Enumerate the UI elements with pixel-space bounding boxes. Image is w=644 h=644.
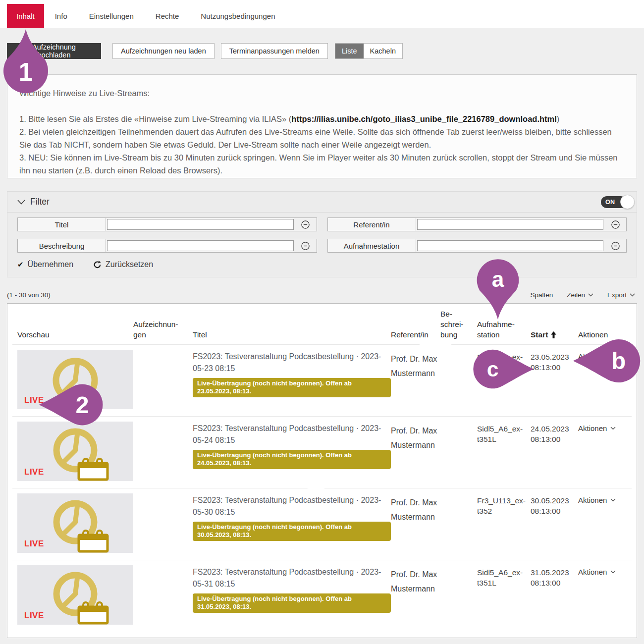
- filter-remove-aufnahmestation[interactable]: [604, 239, 626, 252]
- view-toggle-kacheln[interactable]: Kacheln: [364, 44, 402, 58]
- live-label: LIVE: [24, 539, 44, 549]
- status-badge: Live-Übertragung (noch nicht begonnen). …: [193, 378, 391, 397]
- filter-remove-titel[interactable]: [295, 218, 317, 231]
- tab-info[interactable]: Info: [44, 4, 78, 28]
- preview-tile[interactable]: LIVE: [17, 565, 133, 625]
- filter-input-referent[interactable]: [417, 219, 604, 230]
- tab-nutzungsbedingungen[interactable]: Nutzungsbedingungen: [190, 4, 286, 28]
- apply-label: Übernehmen: [28, 260, 74, 269]
- filter-input-beschreibung[interactable]: [107, 240, 294, 251]
- chevron-down-icon: [610, 427, 616, 430]
- recordings-table: Vorschau Aufzeichnun- gen Titel Referent…: [7, 303, 637, 638]
- whiteout-blob: [300, 479, 332, 489]
- chevron-down-icon: [630, 293, 635, 297]
- station-cell: Fr3_U113_ex- t352: [477, 493, 531, 516]
- filter-field-referent: Referent/in: [327, 217, 627, 231]
- preview-cell: LIVE: [12, 565, 133, 625]
- export-button[interactable]: Export: [607, 291, 635, 299]
- tab-einstellungen[interactable]: Einstellungen: [78, 4, 145, 28]
- preview-tile[interactable]: LIVE: [17, 422, 133, 481]
- actions-dropdown[interactable]: Aktionen: [578, 350, 632, 361]
- preview-tile[interactable]: LIVE: [17, 350, 133, 409]
- live-label: LIVE: [24, 611, 44, 621]
- filter-field-aufnahmestation: Aufnahmestation: [327, 239, 627, 253]
- notice-title: Wichtige Hinweise zu Live-Streams:: [19, 87, 625, 100]
- tab-bar: Inhalt Info Einstellungen Rechte Nutzung…: [0, 0, 644, 28]
- actions-dropdown[interactable]: Aktionen: [578, 493, 632, 504]
- columns-button[interactable]: Spalten: [530, 291, 553, 299]
- minus-circle-icon: [301, 241, 310, 251]
- preview-tile[interactable]: LIVE: [17, 493, 133, 553]
- filter-remove-referent[interactable]: [604, 218, 626, 231]
- actions-label: Aktionen: [578, 424, 607, 432]
- recording-title-link[interactable]: FS2023: Testveranstaltung Podcastbestell…: [193, 568, 381, 588]
- upload-recording-button[interactable]: Aufzeichnung hochladen: [7, 43, 101, 59]
- preview-cell: LIVE: [12, 350, 133, 409]
- refresh-icon: [93, 261, 102, 269]
- notice-download-link[interactable]: https://ilias.unibe.ch/goto_ilias3_unibe…: [291, 114, 556, 123]
- status-badge: Live-Übertragung (noch nicht begonnen). …: [193, 522, 391, 541]
- station-cell: Sidl5_A6_ex- t351L: [477, 565, 531, 588]
- minus-circle-icon: [301, 220, 310, 229]
- filter-header[interactable]: Filter ON: [7, 192, 637, 213]
- referent-cell: Prof. Dr. Max Mustermann: [391, 350, 440, 380]
- start-cell: 30.05.2023 08:13:00: [531, 493, 578, 516]
- referent-cell: Prof. Dr. Max Mustermann: [391, 565, 440, 596]
- preview-cell: LIVE: [12, 422, 133, 481]
- col-beschreibung: Be- schrei- bung: [440, 309, 477, 340]
- station-cell: Sidl5_A6_ex- t351L: [477, 422, 531, 444]
- toolbar: Aufzeichnung hochladen Aufzeichnungen ne…: [7, 43, 403, 59]
- apply-filter-button[interactable]: ✔ Übernehmen: [17, 260, 73, 269]
- tab-rechte[interactable]: Rechte: [145, 4, 190, 28]
- tab-label: Einstellungen: [89, 12, 134, 20]
- check-icon: ✔: [17, 260, 24, 269]
- reload-recordings-button[interactable]: Aufzeichnungen neu laden: [112, 43, 215, 59]
- notice-item-1: 1. Bitte lesen Sie als Erstes die «Hinwe…: [19, 112, 625, 125]
- title-cell: FS2023: Testveranstaltung Podcastbestell…: [193, 493, 391, 541]
- actions-dropdown[interactable]: Aktionen: [578, 422, 632, 432]
- filter-field-beschreibung: Beschreibung: [17, 239, 317, 253]
- start-label: Start: [531, 329, 548, 340]
- filter-label-referent: Referent/in: [328, 218, 416, 231]
- toggle-knob: [620, 195, 635, 209]
- col-referent: Referent/in: [391, 329, 440, 340]
- filter-title: Filter: [30, 197, 50, 207]
- table-header-row: Vorschau Aufzeichnun- gen Titel Referent…: [12, 304, 632, 344]
- tab-inhalt[interactable]: Inhalt: [7, 4, 44, 28]
- actions-dropdown[interactable]: Aktionen: [578, 565, 632, 576]
- chevron-down-icon: [610, 498, 616, 502]
- filter-on-toggle[interactable]: ON: [601, 196, 629, 209]
- filter-input-titel[interactable]: [107, 219, 294, 230]
- title-cell: FS2023: Testveranstaltung Podcastbestell…: [193, 350, 391, 397]
- start-cell: 24.05.2023 08:13:00: [531, 422, 578, 444]
- reset-filter-button[interactable]: Zurücksetzen: [93, 260, 153, 269]
- columns-label: Spalten: [530, 291, 553, 299]
- status-badge: Live-Übertragung (noch nicht begonnen). …: [193, 450, 391, 469]
- view-toggle: Liste Kacheln: [335, 43, 403, 59]
- filter-panel: Filter ON Titel Referent/in: [7, 191, 637, 277]
- recording-title-link[interactable]: FS2023: Testveranstaltung Podcastbestell…: [193, 352, 381, 373]
- recording-title-link[interactable]: FS2023: Testveranstaltung Podcastbestell…: [193, 424, 381, 444]
- report-schedule-changes-button[interactable]: Terminanpassungen melden: [221, 43, 328, 59]
- rows-label: Zeilen: [567, 291, 585, 299]
- view-toggle-liste[interactable]: Liste: [335, 44, 364, 58]
- col-start-sort[interactable]: Start: [531, 329, 578, 340]
- results-count: (1 - 30 von 30): [7, 291, 51, 299]
- referent-cell: Prof. Dr. Max Mustermann: [391, 493, 440, 524]
- sort-arrow-up-icon: [551, 331, 556, 338]
- rows-button[interactable]: Zeilen: [567, 291, 593, 299]
- live-label: LIVE: [24, 467, 44, 477]
- col-titel: Titel: [193, 329, 391, 340]
- col-aufnahmestation: Aufnahme- station: [477, 319, 531, 340]
- chevron-down-icon: [17, 200, 25, 205]
- recording-title-link[interactable]: FS2023: Testveranstaltung Podcastbestell…: [193, 496, 381, 516]
- export-label: Export: [607, 291, 627, 299]
- chevron-down-icon: [588, 293, 593, 297]
- title-cell: FS2023: Testveranstaltung Podcastbestell…: [193, 422, 391, 469]
- col-aufzeichnungen: Aufzeichnun- gen: [133, 319, 193, 340]
- live-stream-notice-box: Wichtige Hinweise zu Live-Streams: 1. Bi…: [7, 74, 637, 178]
- filter-remove-beschreibung[interactable]: [295, 239, 317, 252]
- col-vorschau: Vorschau: [12, 329, 133, 340]
- filter-input-aufnahmestation[interactable]: [417, 240, 604, 251]
- notice-item-3: 3. NEU: Sie können im Live-Stream bis zu…: [19, 151, 625, 177]
